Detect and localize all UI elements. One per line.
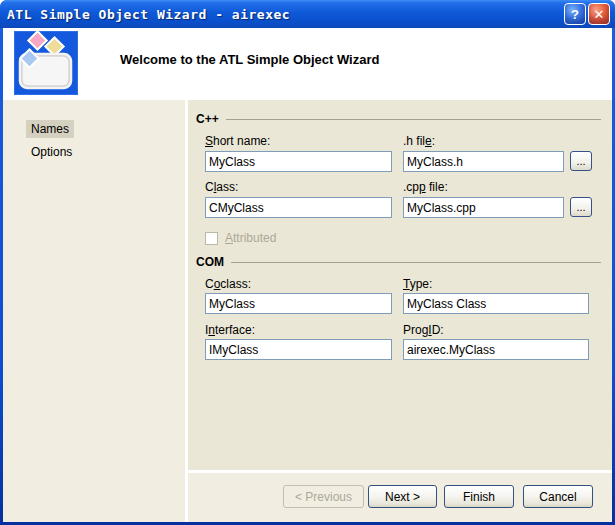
finish-button[interactable]: Finish bbox=[444, 485, 514, 508]
cpp-group-rule bbox=[226, 119, 601, 120]
cpp-group-header: C++ bbox=[196, 112, 601, 126]
com-group-rule bbox=[231, 262, 601, 263]
dialog-body: Names Options C++ Short name: .h file: .… bbox=[3, 100, 612, 522]
close-button[interactable]: ✕ bbox=[588, 3, 610, 25]
window-title: ATL Simple Object Wizard - airexec bbox=[0, 7, 290, 22]
coclass-input[interactable] bbox=[205, 293, 392, 314]
wizard-nav-pane: Names Options bbox=[3, 100, 185, 522]
next-button[interactable]: Next > bbox=[368, 485, 437, 508]
names-page-panel: C++ Short name: .h file: ... Class: .cpp… bbox=[188, 100, 612, 470]
titlebar[interactable]: ATL Simple Object Wizard - airexec ? ✕ bbox=[0, 0, 615, 28]
attributed-checkbox[interactable] bbox=[205, 232, 218, 245]
attributed-checkbox-row: Attributed bbox=[205, 231, 276, 245]
progid-label: ProgID: bbox=[403, 323, 444, 337]
nav-item-names[interactable]: Names bbox=[26, 120, 74, 138]
interface-input[interactable] bbox=[205, 339, 392, 360]
h-file-label: .h file: bbox=[403, 134, 435, 148]
cpp-file-input[interactable] bbox=[403, 197, 564, 218]
class-input[interactable] bbox=[205, 197, 392, 218]
cpp-file-label: .cpp file: bbox=[403, 180, 448, 194]
previous-button[interactable]: < Previous bbox=[283, 485, 364, 508]
h-file-input[interactable] bbox=[403, 151, 564, 172]
attributed-label: Attributed bbox=[225, 231, 276, 245]
titlebar-buttons: ? ✕ bbox=[564, 3, 615, 25]
atl-object-icon bbox=[14, 31, 78, 95]
button-bar: < Previous Next > Finish Cancel bbox=[188, 473, 612, 522]
coclass-label: Coclass: bbox=[205, 277, 251, 291]
cpp-group-title: C++ bbox=[196, 112, 219, 126]
short-name-input[interactable] bbox=[205, 151, 392, 172]
type-input[interactable] bbox=[403, 293, 589, 314]
nav-item-options[interactable]: Options bbox=[26, 143, 77, 161]
com-group-header: COM bbox=[196, 255, 601, 269]
help-button[interactable]: ? bbox=[564, 3, 586, 25]
com-group-title: COM bbox=[196, 255, 224, 269]
wizard-header: Welcome to the ATL Simple Object Wizard bbox=[3, 28, 612, 100]
wizard-dialog: ATL Simple Object Wizard - airexec ? ✕ W… bbox=[0, 0, 615, 525]
cpp-file-browse-button[interactable]: ... bbox=[570, 197, 592, 217]
cancel-button[interactable]: Cancel bbox=[523, 485, 593, 508]
short-name-label: Short name: bbox=[205, 134, 270, 148]
h-file-browse-button[interactable]: ... bbox=[570, 151, 592, 171]
progid-input[interactable] bbox=[403, 339, 589, 360]
type-label: Type: bbox=[403, 277, 432, 291]
class-label: Class: bbox=[205, 180, 238, 194]
interface-label: Interface: bbox=[205, 323, 255, 337]
wizard-welcome-title: Welcome to the ATL Simple Object Wizard bbox=[120, 52, 379, 67]
